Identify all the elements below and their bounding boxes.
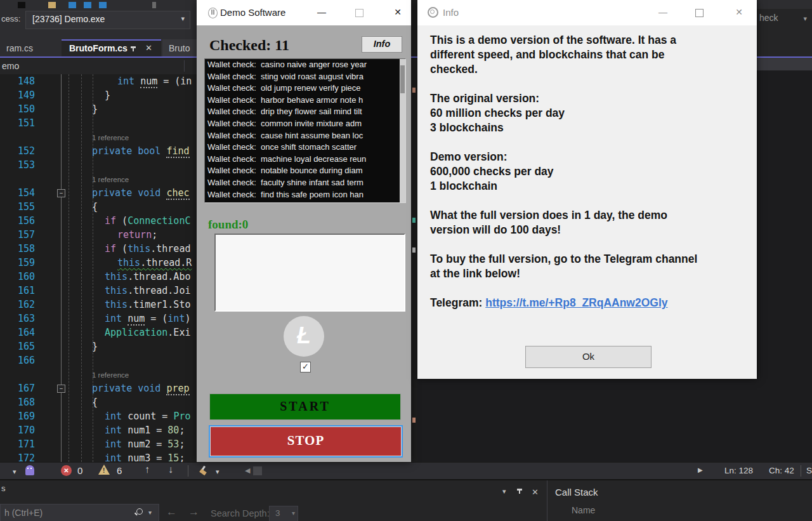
window-position-icon[interactable]: ▾ xyxy=(502,487,506,496)
code-line: 163int num = (int) xyxy=(0,312,197,326)
wallet-check-row[interactable]: Wallet check: faculty shine infant sad t… xyxy=(205,177,405,189)
pin-icon[interactable] xyxy=(519,489,520,494)
checked-counter: Checked: 11 xyxy=(209,37,289,54)
format-broom-icon[interactable] xyxy=(200,466,206,475)
chevron-down-icon[interactable]: ▾ xyxy=(13,468,16,476)
ok-button[interactable]: Ok xyxy=(525,346,652,368)
process-label: cess: xyxy=(1,14,20,23)
close-panel-icon[interactable]: ✕ xyxy=(532,487,539,497)
wallet-check-row[interactable]: Wallet check: notable bounce during diam xyxy=(205,165,405,177)
demo-title-bar[interactable]: Demo Software — ✕ xyxy=(197,0,411,25)
listbox-scrollbar[interactable] xyxy=(400,59,405,202)
stop-button[interactable]: STOP xyxy=(209,425,403,458)
code-line: 157return; xyxy=(0,228,197,242)
breadcrumb-item[interactable]: emo xyxy=(2,61,19,71)
tab-program-cs[interactable]: ram.cs xyxy=(0,39,62,58)
code-line: 156if (ConnectionC xyxy=(0,214,197,228)
nav-back-icon[interactable]: ← xyxy=(166,506,177,518)
wallet-check-row[interactable]: Wallet check: cause hint assume bean loc xyxy=(205,130,405,142)
callstack-name-column[interactable]: Name xyxy=(572,505,595,515)
code-line: 168{ xyxy=(0,395,197,409)
wallet-check-row[interactable]: Wallet check: harbor behave armor note h xyxy=(205,95,405,107)
code-line: 154−private void chec xyxy=(0,186,197,200)
code-line: 1 reference xyxy=(0,130,197,144)
warning-icon[interactable]: ! xyxy=(98,465,110,475)
chevron-down-icon[interactable]: ▾ xyxy=(148,509,152,516)
top-right-dropdown[interactable]: heck xyxy=(759,13,778,23)
info-button[interactable]: Info xyxy=(362,36,402,53)
found-counter: found:0 xyxy=(208,218,248,232)
tab-brutoform-cs[interactable]: BrutoForm.cs ✕ xyxy=(62,39,161,58)
code-line: 148int num = (in xyxy=(0,74,197,88)
toolbar-icon[interactable] xyxy=(69,2,76,8)
telegram-label: Telegram: xyxy=(430,296,485,309)
error-count[interactable]: 0 xyxy=(77,465,82,476)
wallet-check-row[interactable]: Wallet check: common invite mixture adm xyxy=(205,118,405,130)
info-paragraph: What the full version does in 1 day, the… xyxy=(430,208,747,237)
divider xyxy=(801,465,801,477)
arrow-down-icon[interactable]: ↓ xyxy=(168,464,173,475)
wallet-check-listbox[interactable]: Wallet check: casino naive anger rose ye… xyxy=(204,58,406,203)
code-lines: 148int num = (in149}150}1511 reference15… xyxy=(0,74,197,462)
wallet-check-row[interactable]: Wallet check: old jump renew verify piec… xyxy=(205,82,405,95)
status-bar: ▾ ✕ 0 ! 6 ↑ ↓ ▾ ◀ ▶ Ln: 128 Ch: 42 S xyxy=(0,462,812,480)
top-right-panel: heck ▾ xyxy=(757,0,812,56)
code-line: 169int count = Pro xyxy=(0,409,197,423)
search-input[interactable]: h (Ctrl+E) ▾ xyxy=(0,504,159,521)
toolbar-fragment xyxy=(757,0,812,9)
code-line: 165} xyxy=(0,340,197,353)
toolbar-icon[interactable] xyxy=(48,2,56,8)
close-tab-icon[interactable]: ✕ xyxy=(145,43,152,53)
toolbar-icon[interactable] xyxy=(99,2,107,8)
code-line: 164Application.Exi xyxy=(0,326,197,340)
line-indicator[interactable]: Ln: 128 xyxy=(724,466,753,475)
error-icon[interactable]: ✕ xyxy=(61,465,72,476)
info-text: This is a demo version of the software. … xyxy=(430,33,747,325)
close-icon[interactable]: ✕ xyxy=(733,6,745,18)
run-icon[interactable]: ▶ xyxy=(698,466,703,473)
wallet-check-row[interactable]: Wallet check: find this safe poem icon h… xyxy=(205,189,405,201)
wallet-check-row[interactable]: Wallet check: machine loyal decrease reu… xyxy=(205,154,405,166)
code-line: 167−private void prep xyxy=(0,381,197,395)
editor-sliver xyxy=(411,0,417,462)
minimize-icon[interactable]: — xyxy=(316,6,327,18)
code-line: 151 xyxy=(0,116,197,130)
process-dropdown[interactable]: [23736] Demo.exe ▾ xyxy=(25,11,190,29)
search-value: h (Ctrl+E) xyxy=(4,508,43,518)
warning-count[interactable]: 6 xyxy=(117,465,122,476)
found-results-box[interactable] xyxy=(214,234,405,312)
chevron-down-icon[interactable]: ▾ xyxy=(216,468,219,476)
demo-software-window: Demo Software — ✕ Checked: 11 Info Walle… xyxy=(197,0,411,462)
wallet-check-row[interactable]: Wallet check: sting void roast august vi… xyxy=(205,71,405,83)
arrow-up-icon[interactable]: ↑ xyxy=(145,464,150,475)
toolbar-icon[interactable] xyxy=(84,2,91,8)
column-indicator[interactable]: Ch: 42 xyxy=(769,466,794,475)
litecoin-checkbox[interactable]: ✓ xyxy=(300,362,311,373)
telegram-link[interactable]: https://t.me/+Rp8_ZRqAAnw2OGly xyxy=(485,296,667,309)
maximize-icon[interactable] xyxy=(355,9,363,17)
close-icon[interactable]: ✕ xyxy=(392,6,403,18)
info-title-bar[interactable]: Info — ✕ xyxy=(417,0,757,25)
toolbar-icon[interactable] xyxy=(18,2,25,8)
maximize-icon[interactable] xyxy=(695,9,704,17)
feedback-icon[interactable] xyxy=(25,465,34,475)
info-paragraph: Demo version: 600,000 checks per day 1 b… xyxy=(430,150,747,194)
window-title: Demo Software xyxy=(220,7,285,18)
search-depth-dropdown[interactable]: 3 ▾ xyxy=(269,506,298,521)
code-line: 166 xyxy=(0,353,197,367)
wallet-check-row[interactable]: Wallet check: once shift stomach scatter xyxy=(205,142,405,154)
code-line: 155{ xyxy=(0,200,197,214)
pin-icon[interactable] xyxy=(133,46,134,51)
wallet-check-row[interactable]: Wallet check: drip they flower sail mind… xyxy=(205,106,405,118)
start-button[interactable]: START xyxy=(209,393,401,420)
minimize-icon[interactable]: — xyxy=(657,6,669,18)
panel-title-partial: s xyxy=(1,484,6,493)
code-fragment xyxy=(412,218,416,223)
code-editor[interactable]: 148int num = (in149}150}1511 reference15… xyxy=(0,74,197,462)
wallet-check-row[interactable]: Wallet check: casino naive anger rose ye… xyxy=(205,59,405,71)
scrollbar-thumb[interactable] xyxy=(253,466,262,475)
nav-forward-icon[interactable]: → xyxy=(188,506,199,518)
code-line: 153 xyxy=(0,158,197,172)
toolbar-icon[interactable] xyxy=(152,2,156,8)
scroll-left-icon[interactable]: ◀ xyxy=(245,466,250,475)
